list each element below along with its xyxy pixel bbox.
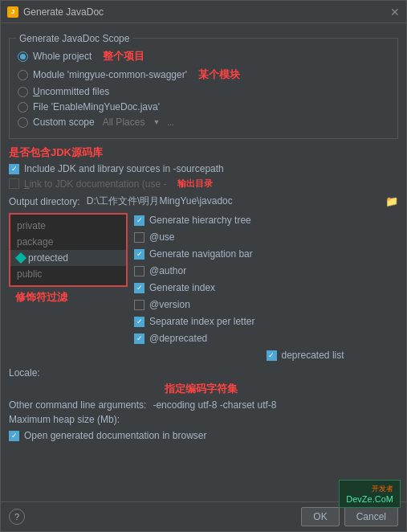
radio-uncommitted-label: Uncommitted files [33, 86, 109, 97]
option-row-navbar: Generate navigation bar [134, 248, 398, 260]
devze-watermark: 开发者 DevZe.CoM [339, 480, 401, 508]
annotation-encoding: 指定编码字符集 [165, 382, 238, 396]
separate-index-checkbox[interactable] [134, 317, 144, 327]
include-jdk-label: Include JDK and library sources in -sour… [24, 163, 224, 174]
version-checkbox[interactable] [134, 300, 144, 310]
app-icon: J [7, 6, 18, 18]
main-window: J Generate JavaDoc ✕ Generate JavaDoc Sc… [0, 0, 407, 532]
option-row-1: Generate hierarchy tree [134, 215, 398, 226]
radio-custom[interactable]: Custom scope All Places ▼ ... [18, 117, 389, 128]
output-dir-path: D:\工作文件\明月MingYue\javadoc [87, 194, 379, 208]
dialog-content: Generate JavaDoc Scope Whole project 整个项… [1, 23, 406, 501]
use-label: @use [149, 231, 175, 243]
separate-index-label: Separate index per letter [149, 316, 254, 327]
option-row-version: @version [134, 299, 398, 310]
folder-browse-button[interactable]: 📁 [385, 195, 398, 207]
other-args-row: Other command line arguments: -encoding … [9, 399, 398, 411]
radio-file[interactable]: File 'EnableMingYueDoc.java' [18, 101, 389, 113]
hierarchy-tree-checkbox[interactable] [134, 215, 144, 226]
annotation-whole-project: 整个项目 [103, 49, 144, 63]
include-jdk-row[interactable]: Include JDK and library sources in -sour… [9, 163, 398, 174]
open-browser-row[interactable]: Open generated documentation in browser [9, 430, 398, 441]
scope-group-title: Generate JavaDoc Scope [16, 33, 132, 44]
options-checkboxes-panel: Generate hierarchy tree @use Generate na… [134, 213, 398, 362]
output-dir-row: Output directory: D:\工作文件\明月MingYue\java… [9, 194, 398, 208]
visibility-panel: private package protected public 修饰符过滤 [9, 213, 128, 362]
deprecated-list-label: deprecated list [282, 350, 344, 361]
annotation-output-dir: 输出目录 [177, 178, 213, 190]
author-label: @author [149, 265, 186, 276]
open-browser-label: Open generated documentation in browser [24, 430, 206, 441]
protected-icon [15, 252, 26, 264]
action-buttons: OK Cancel [301, 507, 398, 526]
dropdown-arrow-icon[interactable]: ▼ [153, 118, 160, 126]
annotation-module: 某个模块 [198, 68, 240, 82]
cancel-button[interactable]: Cancel [344, 507, 398, 526]
main-options-area: private package protected public 修饰符过滤 G… [9, 213, 398, 362]
radio-custom-label: Custom scope [33, 117, 95, 128]
visibility-private[interactable]: private [10, 218, 126, 234]
devze-top-label: 开发者 [346, 484, 393, 494]
radio-uncommitted[interactable]: Uncommitted files [18, 86, 389, 97]
link-jdk-checkbox [9, 178, 19, 189]
annotation-modifier: 修饰符过滤 [15, 290, 128, 305]
radio-uncommitted-btn[interactable] [18, 87, 28, 97]
include-jdk-checkbox[interactable] [9, 164, 19, 174]
devze-bottom-label: DevZe.CoM [346, 494, 393, 504]
deprecated-list-checkbox[interactable] [267, 350, 277, 361]
radio-file-label: File 'EnableMingYueDoc.java' [33, 101, 160, 113]
heap-size-label: Maximum heap size (Mb): [9, 414, 120, 425]
scope-edit-btn[interactable]: ... [165, 118, 176, 127]
ok-button[interactable]: OK [301, 507, 339, 526]
visibility-box: private package protected public [9, 213, 128, 287]
scope-group: Generate JavaDoc Scope Whole project 整个项… [9, 38, 398, 139]
link-jdk-row: Link to JDK documentation (use - 输出目录 [9, 178, 398, 190]
radio-module-label: Module 'mingyue-common-swagger' [33, 69, 187, 80]
radio-module[interactable]: Module 'mingyue-common-swagger' 某个模块 [18, 68, 389, 82]
deprecated-label: @deprecated [149, 333, 207, 344]
author-checkbox[interactable] [134, 266, 144, 276]
other-args-value: -encoding utf-8 -charset utf-8 [153, 399, 398, 411]
locale-label: Locale: [9, 367, 40, 379]
deprecated-checkbox[interactable] [134, 334, 144, 344]
index-label: Generate index [149, 282, 215, 293]
radio-whole-project-btn[interactable] [18, 51, 28, 62]
link-jdk-label: Link to JDK documentation (use - [24, 178, 166, 190]
visibility-package[interactable]: package [10, 234, 126, 250]
option-row-use: @use [134, 231, 398, 243]
option-row-deprecated-list: deprecated list [134, 350, 398, 361]
use-checkbox[interactable] [134, 232, 144, 243]
option-row-deprecated: @deprecated [134, 333, 398, 344]
radio-whole-project-label: Whole project [33, 51, 92, 62]
visibility-public[interactable]: public [10, 266, 126, 282]
radio-module-btn[interactable] [18, 70, 28, 80]
navbar-label: Generate navigation bar [149, 248, 253, 260]
option-row-separate-index: Separate index per letter [134, 316, 398, 327]
hierarchy-tree-label: Generate hierarchy tree [149, 215, 251, 226]
radio-file-btn[interactable] [18, 102, 28, 113]
version-label: @version [149, 299, 190, 310]
visibility-protected[interactable]: protected [10, 250, 126, 266]
help-button[interactable]: ? [9, 509, 25, 525]
annotation-jdk: 是否包含JDK源码库 [9, 145, 103, 160]
locale-row: Locale: [9, 367, 398, 379]
title-bar: J Generate JavaDoc ✕ [1, 1, 406, 23]
radio-custom-btn[interactable] [18, 117, 28, 128]
other-args-label: Other command line arguments: [9, 399, 146, 411]
output-dir-label: Output directory: [9, 196, 80, 207]
index-checkbox[interactable] [134, 283, 144, 293]
option-row-author: @author [134, 265, 398, 276]
title-bar-left: J Generate JavaDoc [7, 6, 104, 18]
bottom-section: Locale: 指定编码字符集 Other command line argum… [9, 367, 398, 441]
custom-scope-value: All Places [103, 117, 145, 128]
window-title: Generate JavaDoc [23, 6, 104, 18]
navbar-checkbox[interactable] [134, 249, 144, 260]
open-browser-checkbox[interactable] [9, 431, 19, 441]
option-row-index: Generate index [134, 282, 398, 293]
close-button[interactable]: ✕ [390, 6, 400, 18]
radio-whole-project[interactable]: Whole project 整个项目 [18, 49, 389, 63]
heap-size-row: Maximum heap size (Mb): [9, 414, 398, 425]
